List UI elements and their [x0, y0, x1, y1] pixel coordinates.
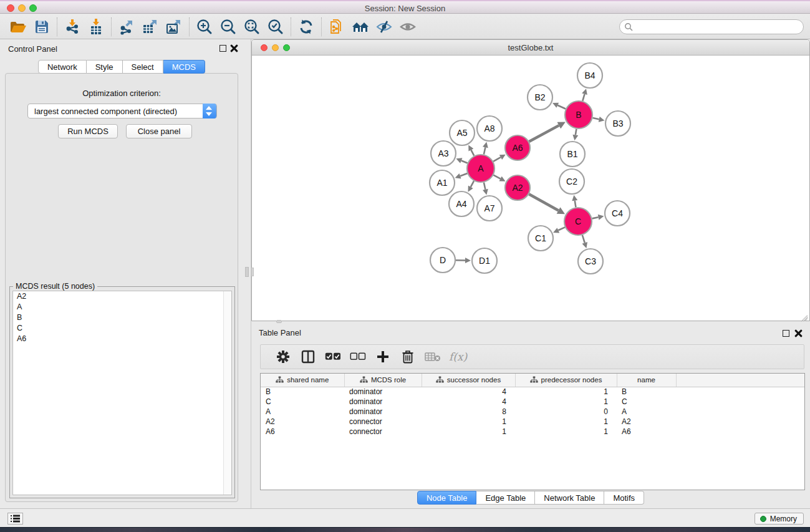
node-A6[interactable]: A6 — [505, 135, 530, 160]
tab-motifs[interactable]: Motifs — [604, 491, 644, 505]
column-header-mcds-role[interactable]: MCDS role — [344, 374, 422, 387]
zoom-out-button[interactable] — [216, 17, 240, 37]
edge-A-A7[interactable] — [484, 182, 485, 189]
refresh-button[interactable] — [294, 17, 318, 37]
tab-edge-table[interactable]: Edge Table — [476, 491, 535, 505]
table-settings-button[interactable] — [271, 347, 296, 366]
table-cell[interactable]: A — [261, 407, 344, 417]
search-input[interactable] — [619, 19, 804, 34]
edge-A-A6[interactable] — [493, 157, 501, 162]
home-networks-button[interactable] — [349, 17, 372, 37]
node-B2[interactable]: B2 — [528, 85, 552, 110]
edge-B-B4[interactable] — [582, 94, 584, 101]
export-table-button[interactable] — [138, 17, 162, 37]
table-cell[interactable]: A6 — [617, 427, 676, 437]
edge-C-C1[interactable] — [558, 227, 565, 230]
table-cell[interactable]: 0 — [515, 407, 617, 417]
table-cell[interactable]: dominator — [344, 407, 422, 417]
table-cell[interactable]: 8 — [422, 407, 515, 417]
edge-C-C4[interactable] — [592, 217, 599, 218]
node-A[interactable]: A — [467, 155, 494, 182]
tab-network-table[interactable]: Network Table — [535, 491, 604, 505]
table-cell[interactable]: A2 — [261, 417, 344, 427]
node-A7[interactable]: A7 — [477, 196, 502, 221]
table-row[interactable]: Adominator80A — [261, 407, 805, 417]
table-row[interactable]: Cdominator41C — [261, 397, 805, 407]
node-B3[interactable]: B3 — [605, 111, 630, 136]
select-all-columns-button[interactable] — [321, 347, 345, 366]
edge-A-A8[interactable] — [484, 147, 485, 154]
close-panel-button[interactable]: Close panel — [126, 124, 192, 138]
import-network-button[interactable] — [60, 17, 84, 37]
edge-A-A4[interactable] — [471, 181, 474, 187]
result-scrollbar[interactable] — [223, 291, 231, 495]
export-network-button[interactable] — [115, 17, 138, 37]
edge-A-A3[interactable] — [461, 161, 468, 163]
table-cell[interactable]: 1 — [515, 417, 617, 427]
run-mcds-button[interactable]: Run MCDS — [58, 124, 118, 138]
table-cell[interactable]: B — [261, 387, 344, 397]
node-A2[interactable]: A2 — [505, 175, 530, 200]
table-cell[interactable]: A6 — [261, 427, 344, 437]
node-A5[interactable]: A5 — [450, 120, 475, 145]
table-cell[interactable]: 1 — [422, 427, 515, 437]
delete-table-button[interactable] — [420, 347, 445, 366]
node-B[interactable]: B — [565, 101, 592, 128]
table-cell[interactable]: 4 — [422, 387, 515, 397]
table-cell[interactable]: B — [617, 387, 676, 397]
edge-B-B2[interactable] — [557, 105, 566, 109]
edge-C-C2[interactable] — [575, 201, 576, 208]
network-resize-grip[interactable] — [801, 312, 809, 320]
mcds-result-list[interactable]: A2ABCA6 — [12, 291, 232, 495]
table-row[interactable]: A6connector11A6 — [261, 427, 805, 437]
import-table-button[interactable] — [84, 17, 108, 37]
table-cell[interactable]: connector — [344, 417, 422, 427]
open-session-button[interactable] — [6, 17, 30, 37]
node-D[interactable]: D — [430, 248, 455, 273]
table-cell[interactable]: dominator — [344, 387, 422, 397]
table-header-row[interactable]: shared nameMCDS rolesuccessor nodesprede… — [261, 374, 805, 387]
split-view-button[interactable] — [296, 347, 321, 366]
node-A1[interactable]: A1 — [430, 170, 455, 195]
table-cell[interactable]: 1 — [515, 397, 617, 407]
column-header-predecessor-nodes[interactable]: predecessor nodes — [515, 374, 617, 387]
result-item[interactable]: A — [13, 302, 231, 312]
float-table-panel-icon[interactable] — [783, 330, 789, 337]
function-builder-button[interactable]: f(x) — [449, 351, 467, 363]
edge-A-A5[interactable] — [471, 150, 474, 155]
table-cell[interactable]: C — [617, 397, 676, 407]
node-A4[interactable]: A4 — [449, 191, 474, 216]
column-header-successor-nodes[interactable]: successor nodes — [422, 374, 515, 387]
node-table[interactable]: shared nameMCDS rolesuccessor nodesprede… — [260, 373, 805, 490]
table-cell[interactable]: connector — [344, 427, 422, 437]
hide-selected-button[interactable] — [372, 17, 396, 37]
edge-A6-B[interactable] — [529, 125, 559, 142]
add-column-button[interactable] — [370, 347, 395, 366]
edge-A2-C[interactable] — [529, 194, 558, 210]
zoom-in-button[interactable] — [193, 17, 216, 37]
table-row[interactable]: A2connector11A2 — [261, 417, 805, 427]
network-window-titlebar[interactable]: testGlobe.txt — [252, 40, 809, 56]
close-table-panel-icon[interactable] — [794, 329, 803, 337]
table-cell[interactable]: 1 — [515, 427, 617, 437]
delete-column-button[interactable] — [395, 347, 420, 366]
criterion-dropdown[interactable]: largest connected component (directed) — [27, 104, 217, 118]
node-C3[interactable]: C3 — [578, 249, 603, 274]
node-B4[interactable]: B4 — [577, 63, 602, 88]
column-header-shared-name[interactable]: shared name — [261, 374, 344, 387]
new-network-from-selection-button[interactable] — [325, 17, 349, 37]
node-A3[interactable]: A3 — [431, 141, 456, 166]
node-B1[interactable]: B1 — [560, 142, 585, 167]
node-C1[interactable]: C1 — [528, 226, 553, 251]
network-canvas[interactable]: AA1A2A3A4A5A6A7A8BB1B2B3B4CC1C2C3C4DD1 — [252, 56, 809, 321]
edge-B-B3[interactable] — [592, 118, 599, 119]
network-graph[interactable]: AA1A2A3A4A5A6A7A8BB1B2B3B4CC1C2C3C4DD1 — [252, 56, 809, 321]
tab-network[interactable]: Network — [38, 60, 87, 74]
tab-select[interactable]: Select — [123, 60, 163, 74]
node-C4[interactable]: C4 — [605, 201, 630, 226]
horizontal-splitter-grip[interactable] — [276, 320, 282, 323]
memory-button[interactable]: Memory — [755, 513, 804, 525]
tab-mcds[interactable]: MCDS — [163, 60, 205, 74]
node-C[interactable]: C — [564, 208, 592, 235]
result-item[interactable]: C — [13, 323, 231, 334]
